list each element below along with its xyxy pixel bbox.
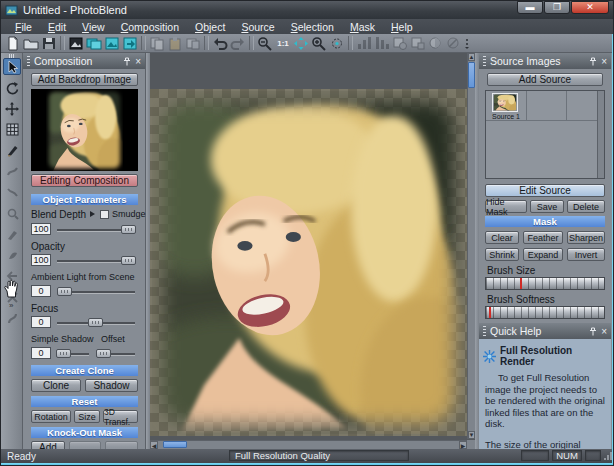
pin-icon[interactable] (589, 57, 597, 66)
simple-shadow-value[interactable]: 0 (31, 347, 51, 359)
undo-icon[interactable] (211, 35, 229, 52)
toolstrip-more-chevron[interactable]: » (9, 301, 13, 310)
source-list-scrollbar[interactable] (597, 91, 604, 178)
clear-button[interactable]: Clear (485, 231, 519, 244)
save-file-icon[interactable] (40, 35, 58, 52)
duplicate-icon[interactable] (184, 35, 202, 52)
shadow-button[interactable]: Shadow (85, 379, 138, 392)
blend-depth-slider-thumb[interactable] (121, 225, 136, 234)
zoom-one-to-one-icon[interactable]: 1:1 (274, 35, 292, 52)
canvas-area[interactable]: ▲ ▼ ◀ ▶ (150, 53, 475, 449)
zoom-out-icon[interactable] (256, 35, 274, 52)
scroll-down-arrow[interactable]: ▼ (468, 431, 475, 439)
brush-softness-slider[interactable] (485, 306, 605, 319)
menu-composition[interactable]: Composition (113, 21, 187, 33)
select-tool-icon[interactable] (3, 58, 21, 75)
horizontal-scroll-thumb[interactable] (163, 441, 187, 448)
close-panel-icon[interactable]: × (135, 56, 141, 67)
focus-slider[interactable] (57, 322, 135, 324)
blend-depth-value[interactable]: 100 (31, 223, 51, 235)
open-file-icon[interactable] (22, 35, 40, 52)
source-list[interactable]: Source 1 (485, 90, 605, 179)
editing-composition-button[interactable]: Editing Composition (31, 174, 138, 187)
opacity-slider[interactable] (57, 260, 135, 262)
sharpen-button[interactable]: Sharpen (567, 231, 605, 244)
menu-selection[interactable]: Selection (283, 21, 342, 33)
opacity-slider-thumb[interactable] (121, 256, 136, 265)
rotate-tool-icon[interactable] (3, 79, 21, 96)
minimize-button[interactable]: ▬ (517, 1, 543, 14)
composition-panel-header[interactable]: Composition × (23, 53, 145, 69)
canvas-horizontal-scrollbar[interactable]: ◀ ▶ (150, 440, 467, 449)
invert-button[interactable]: Invert (567, 248, 605, 261)
source-images-icon[interactable] (85, 35, 103, 52)
redo-icon[interactable] (229, 35, 247, 52)
offset-slider[interactable] (96, 353, 135, 355)
scroll-right-arrow[interactable]: ▶ (459, 441, 467, 449)
mask-tool-4-icon[interactable] (445, 35, 463, 52)
copy-icon[interactable] (148, 35, 166, 52)
ambient-light-slider-thumb[interactable] (57, 287, 72, 296)
focus-slider-thumb[interactable] (88, 318, 103, 327)
resize-grip[interactable] (603, 452, 612, 461)
menu-help[interactable]: Help (383, 21, 421, 33)
canvas-vertical-scrollbar[interactable]: ▲ ▼ (467, 53, 475, 439)
add-source-button[interactable]: Add Source (487, 73, 603, 86)
import-image-icon[interactable] (103, 35, 121, 52)
mask-tool-3-icon[interactable] (427, 35, 445, 52)
center-view-icon[interactable] (328, 35, 346, 52)
expand-button[interactable]: Expand (523, 248, 563, 261)
opacity-value[interactable]: 100 (31, 254, 51, 266)
tool-10-icon[interactable] (3, 247, 21, 264)
object-down-icon[interactable] (373, 35, 391, 52)
object-up-icon[interactable] (355, 35, 373, 52)
scroll-left-arrow[interactable]: ◀ (150, 441, 158, 449)
paint-tool-icon[interactable] (3, 142, 21, 159)
close-button[interactable]: ✕ (571, 1, 609, 14)
new-document-icon[interactable] (4, 35, 22, 52)
maximize-button[interactable]: ❐ (544, 1, 570, 14)
delete-button[interactable]: Delete (567, 200, 605, 213)
save-button[interactable]: Save (530, 200, 564, 213)
edit-source-button[interactable]: Edit Source (485, 184, 605, 197)
menu-object[interactable]: Object (187, 21, 233, 33)
add-backdrop-image-button[interactable]: Add Backdrop Image (31, 73, 138, 86)
hide-mask-button[interactable]: Hide Mask (485, 200, 527, 213)
pin-icon[interactable] (123, 57, 131, 66)
rotation-button[interactable]: Rotation (31, 410, 71, 423)
scroll-up-arrow[interactable]: ▲ (468, 53, 475, 61)
close-panel-icon[interactable]: × (601, 56, 607, 67)
simple-shadow-slider[interactable] (56, 353, 89, 355)
zoom-in-icon[interactable] (310, 35, 328, 52)
offset-slider-thumb[interactable] (96, 349, 111, 358)
pin-icon[interactable] (589, 327, 597, 336)
feather-button[interactable]: Feather (523, 231, 563, 244)
source-item-1[interactable]: Source 1 (488, 93, 524, 120)
blend-depth-expander-icon[interactable] (90, 211, 95, 217)
zoom-fit-icon[interactable] (292, 35, 310, 52)
export-image-icon[interactable] (121, 35, 139, 52)
title-bar[interactable]: Untitled - PhotoBlend ▬ ❐ ✕ (1, 1, 614, 19)
toolbar-overflow-icon[interactable] (463, 35, 471, 52)
simple-shadow-slider-thumb[interactable] (56, 349, 71, 358)
transf-3d-button[interactable]: 3D Transf. (103, 410, 138, 423)
blend-depth-slider[interactable] (57, 229, 135, 231)
menu-view[interactable]: View (74, 21, 113, 33)
ambient-light-value[interactable]: 0 (31, 285, 51, 297)
ambient-light-slider[interactable] (57, 291, 135, 293)
quick-help-panel-header[interactable]: Quick Help × (479, 323, 611, 339)
tool-8-icon[interactable] (3, 205, 21, 222)
mask-tool-1-icon[interactable] (391, 35, 409, 52)
mask-tool-2-icon[interactable] (409, 35, 427, 52)
vertical-scroll-thumb[interactable] (468, 62, 475, 88)
paste-icon[interactable] (166, 35, 184, 52)
brush-size-slider[interactable] (485, 277, 605, 290)
clone-button[interactable]: Clone (31, 379, 81, 392)
brush-softness-marker[interactable] (489, 307, 491, 318)
backdrop-image-icon[interactable] (67, 35, 85, 52)
close-panel-icon[interactable]: × (601, 326, 607, 337)
size-button[interactable]: Size (74, 410, 100, 423)
menu-file[interactable]: File (7, 21, 40, 33)
move-tool-icon[interactable] (3, 100, 21, 117)
source-images-panel-header[interactable]: Source Images × (479, 53, 611, 69)
